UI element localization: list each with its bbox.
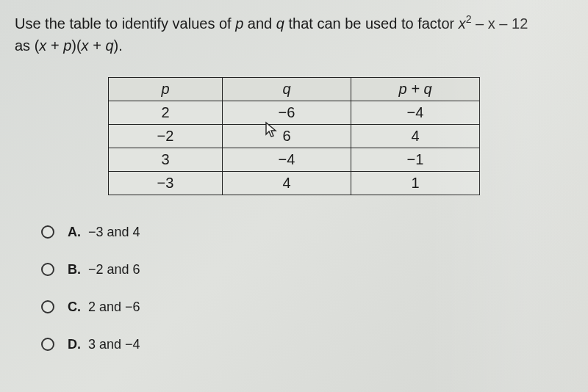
option-letter: D. xyxy=(68,337,81,352)
table-row: 2 −6 −4 xyxy=(109,101,480,124)
answer-options: A. −3 and 4 B. −2 and 6 C. 2 and −6 D. 3… xyxy=(41,225,573,352)
cell-pq: −4 xyxy=(351,101,480,124)
cell-p: 2 xyxy=(109,101,223,124)
factor-table: p q p + q 2 −6 −4 −2 6 4 3 −4 −1 −3 xyxy=(108,77,480,195)
option-text: −3 and 4 xyxy=(88,225,140,240)
cell-q: 6 xyxy=(223,124,351,148)
option-letter: C. xyxy=(68,300,81,315)
table-row: −2 6 4 xyxy=(109,124,480,148)
cell-q: −6 xyxy=(223,101,351,124)
table-header-row: p q p + q xyxy=(109,77,480,101)
option-text: 3 and −4 xyxy=(88,337,140,352)
table-row: 3 −4 −1 xyxy=(109,148,480,171)
var-p: p xyxy=(235,15,243,32)
radio-icon[interactable] xyxy=(41,263,54,276)
option-text: 2 and −6 xyxy=(88,300,140,315)
factor-table-wrap: p q p + q 2 −6 −4 −2 6 4 3 −4 −1 −3 xyxy=(15,77,573,195)
option-b[interactable]: B. −2 and 6 xyxy=(41,262,573,277)
question-text: Use the table to identify values of p an… xyxy=(15,12,573,57)
cell-p: −2 xyxy=(109,124,223,148)
header-p: p xyxy=(109,77,223,101)
cell-q: 4 xyxy=(223,171,351,195)
option-d[interactable]: D. 3 and −4 xyxy=(41,337,573,352)
option-c[interactable]: C. 2 and −6 xyxy=(41,300,573,315)
radio-icon[interactable] xyxy=(41,225,54,239)
radio-icon[interactable] xyxy=(41,300,54,313)
var-q: q xyxy=(276,15,284,32)
header-pq: p + q xyxy=(351,77,480,101)
option-letter: A. xyxy=(68,225,81,240)
cell-p: 3 xyxy=(109,148,223,171)
table-row: −3 4 1 xyxy=(109,171,480,195)
cell-q: −4 xyxy=(223,148,351,171)
cell-pq: 1 xyxy=(351,171,480,195)
header-q: q xyxy=(223,77,351,101)
cell-pq: 4 xyxy=(351,124,480,148)
cell-p: −3 xyxy=(109,171,223,195)
radio-icon[interactable] xyxy=(41,338,54,351)
option-letter: B. xyxy=(68,262,81,277)
option-text: −2 and 6 xyxy=(88,262,140,277)
cell-pq: −1 xyxy=(351,148,480,171)
option-a[interactable]: A. −3 and 4 xyxy=(41,225,573,240)
